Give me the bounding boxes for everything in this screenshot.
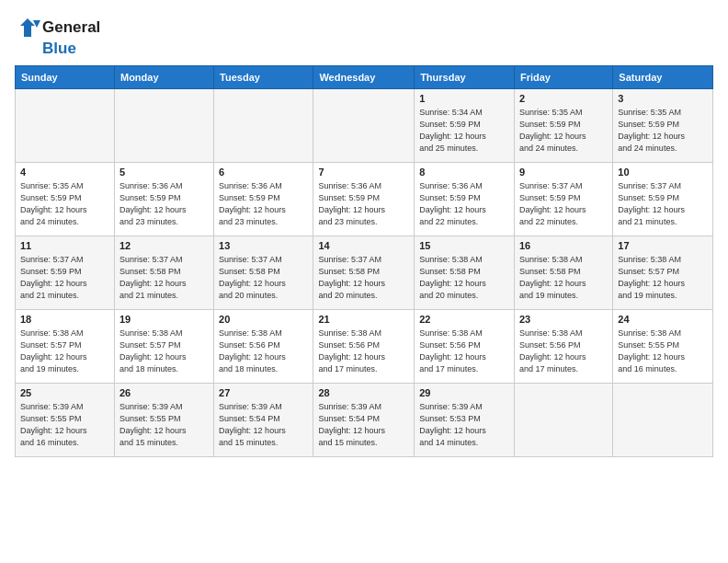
day-number: 6 xyxy=(219,167,308,178)
calendar-cell: 13Sunrise: 5:37 AM Sunset: 5:58 PM Dayli… xyxy=(214,236,313,309)
calendar-cell: 23Sunrise: 5:38 AM Sunset: 5:56 PM Dayli… xyxy=(514,309,612,383)
calendar-cell: 17Sunrise: 5:38 AM Sunset: 5:57 PM Dayli… xyxy=(613,236,713,309)
day-number: 20 xyxy=(219,314,308,325)
calendar-cell: 22Sunrise: 5:38 AM Sunset: 5:56 PM Dayli… xyxy=(415,309,515,383)
day-info: Sunrise: 5:38 AM Sunset: 5:57 PM Dayligh… xyxy=(119,327,209,375)
calendar-cell: 26Sunrise: 5:39 AM Sunset: 5:55 PM Dayli… xyxy=(114,383,213,456)
day-number: 3 xyxy=(618,93,708,104)
calendar-week-4: 18Sunrise: 5:38 AM Sunset: 5:57 PM Dayli… xyxy=(16,309,713,383)
day-number: 11 xyxy=(20,240,109,251)
calendar-cell xyxy=(214,88,313,162)
day-number: 2 xyxy=(519,93,608,104)
day-info: Sunrise: 5:38 AM Sunset: 5:56 PM Dayligh… xyxy=(519,327,608,375)
calendar-week-5: 25Sunrise: 5:39 AM Sunset: 5:55 PM Dayli… xyxy=(16,383,713,456)
calendar-cell: 28Sunrise: 5:39 AM Sunset: 5:54 PM Dayli… xyxy=(313,383,415,456)
day-info: Sunrise: 5:37 AM Sunset: 5:58 PM Dayligh… xyxy=(318,254,409,302)
day-number: 15 xyxy=(419,240,509,251)
day-info: Sunrise: 5:38 AM Sunset: 5:56 PM Dayligh… xyxy=(219,327,308,375)
day-number: 17 xyxy=(618,240,708,251)
day-info: Sunrise: 5:37 AM Sunset: 5:59 PM Dayligh… xyxy=(20,254,109,302)
day-number: 26 xyxy=(119,387,209,398)
calendar-cell xyxy=(613,383,713,456)
day-info: Sunrise: 5:35 AM Sunset: 5:59 PM Dayligh… xyxy=(618,107,708,155)
day-info: Sunrise: 5:38 AM Sunset: 5:58 PM Dayligh… xyxy=(419,254,509,302)
day-number: 14 xyxy=(318,240,409,251)
calendar-cell: 27Sunrise: 5:39 AM Sunset: 5:54 PM Dayli… xyxy=(214,383,313,456)
weekday-header-friday: Friday xyxy=(514,65,612,88)
day-number: 4 xyxy=(20,167,109,178)
calendar-cell: 19Sunrise: 5:38 AM Sunset: 5:57 PM Dayli… xyxy=(114,309,213,383)
weekday-header-tuesday: Tuesday xyxy=(214,65,313,88)
calendar-week-3: 11Sunrise: 5:37 AM Sunset: 5:59 PM Dayli… xyxy=(16,236,713,309)
day-number: 8 xyxy=(419,167,509,178)
calendar-cell: 25Sunrise: 5:39 AM Sunset: 5:55 PM Dayli… xyxy=(16,383,115,456)
logo: General Blue xyxy=(15,15,100,58)
day-number: 23 xyxy=(519,314,608,325)
calendar-cell xyxy=(514,383,612,456)
day-info: Sunrise: 5:37 AM Sunset: 5:58 PM Dayligh… xyxy=(219,254,308,302)
day-info: Sunrise: 5:38 AM Sunset: 5:56 PM Dayligh… xyxy=(419,327,509,375)
calendar-cell: 1Sunrise: 5:34 AM Sunset: 5:59 PM Daylig… xyxy=(415,88,515,162)
day-number: 18 xyxy=(20,314,109,325)
day-info: Sunrise: 5:36 AM Sunset: 5:59 PM Dayligh… xyxy=(419,180,509,228)
day-number: 7 xyxy=(318,167,409,178)
header: General Blue xyxy=(15,15,713,58)
day-info: Sunrise: 5:35 AM Sunset: 5:59 PM Dayligh… xyxy=(519,107,608,155)
logo-bird-icon xyxy=(15,15,40,40)
calendar-cell: 3Sunrise: 5:35 AM Sunset: 5:59 PM Daylig… xyxy=(613,88,713,162)
calendar-cell: 16Sunrise: 5:38 AM Sunset: 5:58 PM Dayli… xyxy=(514,236,612,309)
day-number: 27 xyxy=(219,387,308,398)
day-info: Sunrise: 5:36 AM Sunset: 5:59 PM Dayligh… xyxy=(219,180,308,228)
logo-blue: Blue xyxy=(42,40,76,58)
svg-marker-1 xyxy=(33,20,40,28)
day-info: Sunrise: 5:39 AM Sunset: 5:54 PM Dayligh… xyxy=(318,401,409,449)
day-number: 29 xyxy=(419,387,509,398)
calendar-cell: 6Sunrise: 5:36 AM Sunset: 5:59 PM Daylig… xyxy=(214,162,313,236)
day-info: Sunrise: 5:36 AM Sunset: 5:59 PM Dayligh… xyxy=(318,180,409,228)
calendar-cell: 14Sunrise: 5:37 AM Sunset: 5:58 PM Dayli… xyxy=(313,236,415,309)
calendar-table: SundayMondayTuesdayWednesdayThursdayFrid… xyxy=(15,65,713,457)
calendar-cell: 15Sunrise: 5:38 AM Sunset: 5:58 PM Dayli… xyxy=(415,236,515,309)
calendar-cell xyxy=(313,88,415,162)
calendar-cell: 11Sunrise: 5:37 AM Sunset: 5:59 PM Dayli… xyxy=(16,236,115,309)
calendar-week-1: 1Sunrise: 5:34 AM Sunset: 5:59 PM Daylig… xyxy=(16,88,713,162)
calendar-cell: 10Sunrise: 5:37 AM Sunset: 5:59 PM Dayli… xyxy=(613,162,713,236)
day-info: Sunrise: 5:38 AM Sunset: 5:55 PM Dayligh… xyxy=(618,327,708,375)
calendar-cell: 5Sunrise: 5:36 AM Sunset: 5:59 PM Daylig… xyxy=(114,162,213,236)
day-number: 28 xyxy=(318,387,409,398)
day-number: 22 xyxy=(419,314,509,325)
day-number: 12 xyxy=(119,240,209,251)
calendar-cell xyxy=(16,88,115,162)
day-number: 19 xyxy=(119,314,209,325)
day-info: Sunrise: 5:39 AM Sunset: 5:55 PM Dayligh… xyxy=(119,401,209,449)
svg-marker-0 xyxy=(20,18,35,37)
day-number: 24 xyxy=(618,314,708,325)
calendar-cell: 7Sunrise: 5:36 AM Sunset: 5:59 PM Daylig… xyxy=(313,162,415,236)
weekday-header-monday: Monday xyxy=(114,65,213,88)
day-number: 21 xyxy=(318,314,409,325)
day-number: 13 xyxy=(219,240,308,251)
day-info: Sunrise: 5:39 AM Sunset: 5:53 PM Dayligh… xyxy=(419,401,509,449)
calendar-cell: 24Sunrise: 5:38 AM Sunset: 5:55 PM Dayli… xyxy=(613,309,713,383)
day-info: Sunrise: 5:39 AM Sunset: 5:54 PM Dayligh… xyxy=(219,401,308,449)
weekday-header-row: SundayMondayTuesdayWednesdayThursdayFrid… xyxy=(16,65,713,88)
day-info: Sunrise: 5:38 AM Sunset: 5:56 PM Dayligh… xyxy=(318,327,409,375)
calendar-cell: 2Sunrise: 5:35 AM Sunset: 5:59 PM Daylig… xyxy=(514,88,612,162)
calendar-cell: 20Sunrise: 5:38 AM Sunset: 5:56 PM Dayli… xyxy=(214,309,313,383)
day-info: Sunrise: 5:35 AM Sunset: 5:59 PM Dayligh… xyxy=(20,180,109,228)
calendar-cell xyxy=(114,88,213,162)
day-info: Sunrise: 5:38 AM Sunset: 5:57 PM Dayligh… xyxy=(618,254,708,302)
day-number: 25 xyxy=(20,387,109,398)
day-number: 16 xyxy=(519,240,608,251)
day-info: Sunrise: 5:37 AM Sunset: 5:59 PM Dayligh… xyxy=(519,180,608,228)
calendar-cell: 4Sunrise: 5:35 AM Sunset: 5:59 PM Daylig… xyxy=(16,162,115,236)
calendar-cell: 9Sunrise: 5:37 AM Sunset: 5:59 PM Daylig… xyxy=(514,162,612,236)
day-info: Sunrise: 5:37 AM Sunset: 5:59 PM Dayligh… xyxy=(618,180,708,228)
weekday-header-wednesday: Wednesday xyxy=(313,65,415,88)
logo-text: General Blue xyxy=(15,15,100,58)
calendar-cell: 29Sunrise: 5:39 AM Sunset: 5:53 PM Dayli… xyxy=(415,383,515,456)
day-info: Sunrise: 5:34 AM Sunset: 5:59 PM Dayligh… xyxy=(419,107,509,155)
day-number: 5 xyxy=(119,167,209,178)
weekday-header-sunday: Sunday xyxy=(16,65,115,88)
day-info: Sunrise: 5:38 AM Sunset: 5:57 PM Dayligh… xyxy=(20,327,109,375)
